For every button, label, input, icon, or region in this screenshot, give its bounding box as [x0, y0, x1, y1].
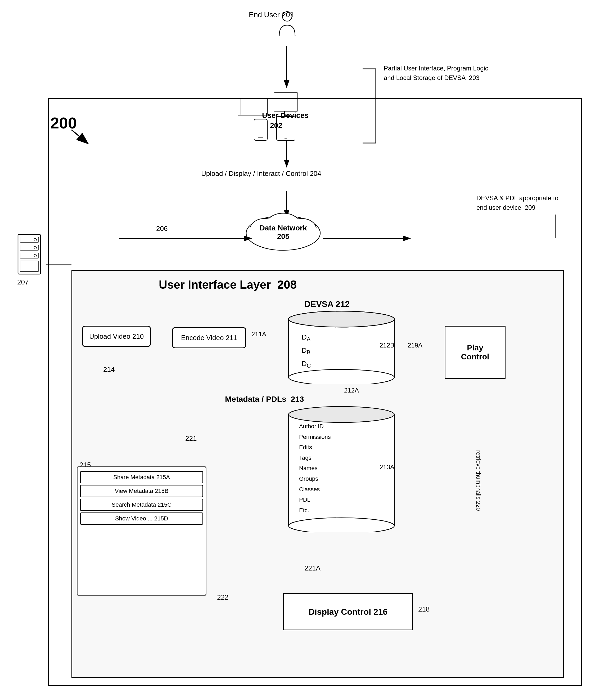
svg-rect-33	[254, 119, 267, 140]
encode-video-box: Encode Video 211	[172, 327, 246, 348]
server-icon	[15, 233, 43, 276]
play-control-label: PlayControl	[461, 343, 489, 361]
ref-222: 222	[217, 593, 228, 601]
svg-point-52	[288, 370, 394, 384]
ref-212a: 212A	[344, 387, 359, 394]
retrieve-thumbnails-label: retrieve thumbnails 220	[475, 450, 482, 511]
pdl-group: Share Metadata 215A View Metadata 215B S…	[77, 466, 206, 596]
partial-ui-note: Partial User Interface, Program Logicand…	[384, 64, 569, 83]
metadata-pdls-label: Metadata / PDLs 213	[225, 395, 304, 404]
end-user-label: End User 201	[249, 10, 294, 19]
pdl-item-show: Show Video ... 215D	[80, 512, 203, 525]
svg-rect-45	[20, 245, 38, 250]
ref-211a: 211A	[252, 330, 266, 338]
ref-215: 215	[79, 461, 91, 469]
metadata-cylinder: Author IDPermissionsEditsTagsNamesGroups…	[286, 405, 397, 532]
data-network-cloud: Data Network205	[238, 201, 328, 254]
upload-display-label: Upload / Display / Interact / Control 20…	[201, 170, 321, 178]
svg-point-56	[288, 518, 394, 532]
svg-point-53	[288, 311, 394, 327]
ui-layer-title: User Interface Layer 208	[159, 278, 297, 291]
pdl-item-search: Search Metadata 215C	[80, 499, 203, 511]
svg-rect-42	[18, 234, 41, 274]
svg-point-55	[288, 406, 394, 422]
pdl-item-share: Share Metadata 215A	[80, 471, 203, 483]
devsa-pdl-note: DEVSA & PDL appropriate toend user devic…	[476, 193, 590, 212]
ref-218: 218	[418, 605, 429, 614]
devsa-cylinder: DADBDC 212B	[286, 310, 397, 384]
devsa-label: DEVSA 212	[304, 299, 349, 309]
upload-video-box: Upload Video 210	[82, 326, 151, 347]
svg-rect-43	[20, 237, 38, 242]
display-control-box: Display Control 216	[283, 593, 413, 630]
svg-rect-49	[20, 261, 38, 272]
user-devices-cluster: User Devices 202	[233, 88, 339, 146]
svg-point-48	[34, 254, 36, 257]
svg-point-44	[34, 239, 36, 241]
ref-221a: 221A	[304, 564, 320, 572]
display-control-label: Display Control 216	[309, 607, 388, 617]
ref-219a: 219A	[408, 342, 422, 349]
ref-206: 206	[156, 225, 167, 233]
ref-221: 221	[185, 434, 197, 443]
ref-214: 214	[103, 366, 114, 374]
svg-rect-47	[20, 253, 38, 258]
upload-video-label: Upload Video 210	[89, 332, 144, 341]
play-control-box: PlayControl	[445, 326, 505, 379]
ref-213a: 213A	[380, 464, 394, 471]
encode-video-label: Encode Video 211	[181, 334, 237, 342]
ref-212b: 212B	[380, 342, 394, 349]
pdl-item-view: View Metadata 215B	[80, 485, 203, 497]
server-label: 207	[17, 278, 29, 286]
diagram-number: 200	[50, 114, 77, 132]
svg-point-46	[34, 246, 36, 249]
svg-rect-30	[274, 93, 298, 111]
diagram-container: Motionbox System Environment 200	[0, 0, 600, 700]
